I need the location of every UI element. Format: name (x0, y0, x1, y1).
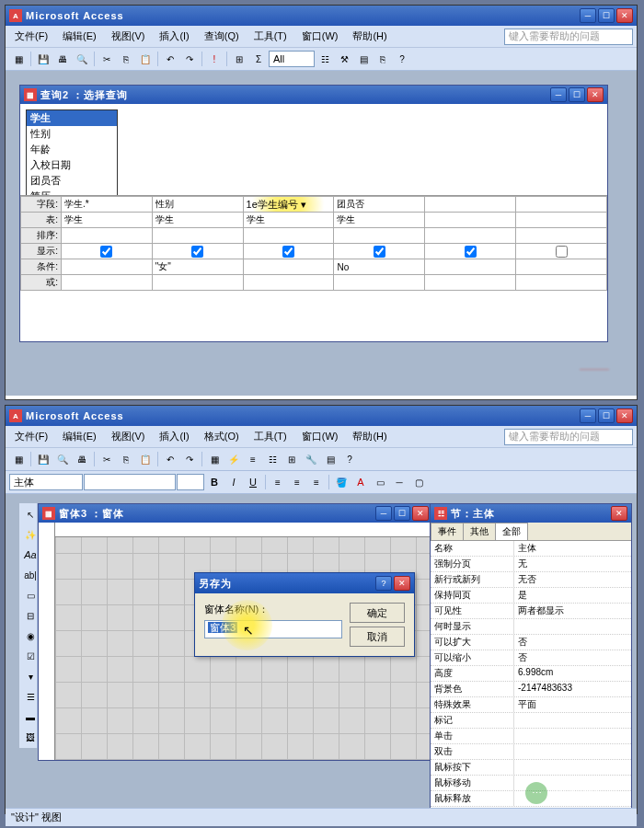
linewidth-button[interactable]: ─ (390, 473, 408, 491)
property-row[interactable]: 可以扩大否 (431, 635, 631, 650)
qbe-table-cell[interactable] (425, 213, 516, 228)
property-row[interactable]: 名称主体 (431, 541, 631, 557)
list-tool[interactable]: ☰ (21, 687, 40, 706)
build-button[interactable]: ⚒ (335, 50, 353, 68)
help-search-input[interactable]: 键入需要帮助的问题 (504, 429, 633, 445)
undo-button[interactable]: ↶ (161, 450, 179, 468)
qbe-sort-cell[interactable] (61, 228, 152, 244)
qbe-show-cell[interactable] (243, 244, 334, 259)
qbe-criteria-cell[interactable] (243, 259, 334, 275)
qbe-criteria-cell[interactable] (425, 259, 516, 275)
property-value[interactable]: 两者都显示 (513, 604, 631, 618)
run-button[interactable]: ! (205, 50, 224, 68)
property-row[interactable]: 单击 (431, 729, 631, 744)
property-row[interactable]: 强制分页无 (431, 557, 631, 572)
fontsize-combo[interactable] (177, 474, 204, 490)
cancel-button[interactable]: 取消 (350, 627, 405, 647)
properties-button[interactable]: ☷ (263, 450, 282, 468)
prop-tab-all[interactable]: 全部 (495, 523, 528, 540)
show-checkbox[interactable] (556, 246, 568, 258)
property-value[interactable]: 是 (513, 588, 631, 603)
field-item[interactable]: 简历 (27, 189, 117, 196)
checkbox-tool[interactable]: ☑ (21, 647, 40, 665)
table-fieldlist[interactable]: 学生 性别 年龄 入校日期 团员否 简历 (26, 109, 118, 196)
close-button[interactable]: ✕ (616, 8, 633, 23)
qbe-or-cell[interactable] (334, 275, 425, 291)
field-item[interactable]: 团员否 (27, 173, 117, 189)
menu-window[interactable]: 窗口(W) (296, 428, 344, 445)
effect-button[interactable]: ▢ (409, 473, 428, 491)
property-value[interactable]: 无 (513, 557, 631, 571)
saveas-close-button[interactable]: ✕ (394, 576, 410, 591)
show-checkbox[interactable] (191, 246, 203, 258)
sub-maximize-button[interactable]: ☐ (394, 506, 410, 521)
menu-file[interactable]: 文件(F) (9, 428, 53, 445)
sub-close-button[interactable]: ✕ (412, 506, 429, 521)
ok-button[interactable]: 确定 (350, 603, 405, 623)
table-panel[interactable]: 学生 性别 年龄 入校日期 团员否 简历 (20, 104, 607, 196)
qbe-or-cell[interactable] (243, 275, 334, 291)
sub-maximize-button[interactable]: ☐ (569, 87, 585, 102)
menu-edit[interactable]: 编辑(E) (57, 28, 102, 45)
prop-close-button[interactable]: ✕ (611, 506, 627, 521)
menu-help[interactable]: 帮助(H) (347, 428, 392, 445)
menu-file[interactable]: 文件(F) (9, 28, 53, 45)
property-row[interactable]: 何时显示 (431, 619, 631, 635)
view-button[interactable]: ▦ (9, 50, 28, 68)
menu-tools[interactable]: 工具(T) (248, 428, 293, 445)
field-item[interactable]: 入校日期 (27, 157, 117, 173)
qbe-or-cell[interactable] (61, 275, 152, 291)
sub-minimize-button[interactable]: ─ (375, 506, 392, 521)
qbe-show-cell[interactable] (61, 244, 152, 259)
minimize-button[interactable]: ─ (580, 408, 596, 423)
qbe-show-cell[interactable] (516, 244, 607, 259)
property-value[interactable]: 主体 (513, 541, 631, 556)
undo-button[interactable]: ↶ (161, 50, 179, 68)
toolbox-button[interactable]: 🔧 (302, 450, 320, 468)
object-combo[interactable]: 主体 (9, 474, 83, 490)
qbe-show-cell[interactable] (334, 244, 425, 259)
minimize-button[interactable]: ─ (580, 8, 596, 23)
property-row[interactable]: 标记 (431, 713, 631, 729)
qbe-criteria-cell[interactable]: "女" (152, 259, 243, 275)
top-values-combo[interactable]: All (269, 51, 315, 67)
property-row[interactable]: 鼠标按下 (431, 760, 631, 776)
property-row[interactable]: 新行或新列无否 (431, 572, 631, 588)
maximize-button[interactable]: ☐ (598, 8, 615, 23)
save-button[interactable]: 💾 (34, 50, 52, 68)
qbe-sort-cell[interactable] (516, 228, 607, 244)
help-button[interactable]: ? (340, 450, 359, 468)
print-button[interactable]: 🖶 (53, 50, 72, 68)
pointer-tool[interactable]: ↖ (21, 505, 40, 523)
show-checkbox[interactable] (374, 246, 385, 258)
qbe-table-cell[interactable]: 学生 (152, 213, 243, 228)
property-row[interactable]: 背景色-2147483633 (431, 682, 631, 697)
fieldlist-button[interactable]: ⊞ (282, 450, 301, 468)
qbe-table-cell[interactable]: 学生 (243, 213, 334, 228)
linecolor-button[interactable]: ▭ (371, 473, 389, 491)
qbe-or-cell[interactable] (516, 275, 607, 291)
menu-view[interactable]: 视图(V) (106, 28, 151, 45)
menu-help[interactable]: 帮助(H) (347, 28, 392, 45)
qbe-sort-cell[interactable] (243, 228, 334, 244)
qbe-criteria-cell[interactable] (61, 259, 152, 275)
prop-tab-other[interactable]: 其他 (463, 523, 496, 540)
cut-button[interactable]: ✂ (98, 50, 116, 68)
underline-button[interactable]: U (244, 473, 262, 491)
qbe-field-cell[interactable]: 学生.* (61, 197, 152, 213)
copy-button[interactable]: ⎘ (117, 450, 135, 468)
properties-button[interactable]: ☷ (316, 50, 334, 68)
prop-tab-event[interactable]: 事件 (431, 523, 464, 540)
menu-insert[interactable]: 插入(I) (154, 428, 194, 445)
autoform-button[interactable]: ⚡ (224, 450, 243, 468)
qbe-field-cell-highlighted[interactable]: 1e学生编号 ▾ (243, 197, 334, 213)
paste-button[interactable]: 📋 (136, 50, 155, 68)
property-row[interactable]: 可见性两者都显示 (431, 604, 631, 619)
qbe-table-cell[interactable]: 学生 (334, 213, 425, 228)
menu-tools[interactable]: 工具(T) (248, 28, 293, 45)
property-value[interactable]: 否 (513, 635, 631, 650)
menu-window[interactable]: 窗口(W) (296, 28, 344, 45)
maximize-button[interactable]: ☐ (598, 408, 615, 423)
menu-edit[interactable]: 编辑(E) (57, 428, 102, 445)
copy-button[interactable]: ⎘ (117, 50, 135, 68)
